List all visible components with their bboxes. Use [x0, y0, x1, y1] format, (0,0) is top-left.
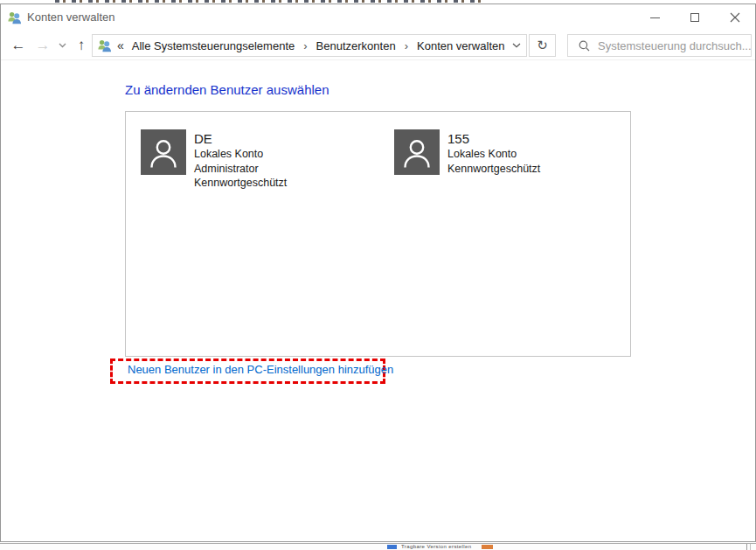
background-window-edge: [746, 544, 747, 550]
background-badge-fragment: [482, 545, 493, 549]
background-text-remnants: [55, 0, 483, 3]
background-icon-fragment: [387, 545, 397, 549]
account-role: Administrator: [194, 162, 287, 177]
collapsed-path-icon[interactable]: «: [117, 38, 124, 52]
account-info: 155 Lokales Konto Kennwortgeschützt: [447, 129, 540, 176]
account-type: Lokales Konto: [447, 147, 540, 162]
search-input[interactable]: [598, 39, 751, 52]
back-icon: ←: [11, 37, 26, 54]
search-box[interactable]: [567, 34, 752, 57]
caption-buttons: [635, 4, 755, 31]
breadcrumb-item-all-control-panel-items[interactable]: Alle Systemsteuerungselemente: [130, 39, 296, 52]
minimize-icon: [650, 17, 660, 18]
back-button[interactable]: ←: [6, 31, 31, 60]
breadcrumb-separator-icon[interactable]: ›: [296, 39, 314, 52]
maximize-button[interactable]: [675, 4, 715, 31]
page-title: Zu ändernden Benutzer auswählen: [125, 82, 329, 97]
account-info: DE Lokales Konto Administrator Kennwortg…: [194, 129, 287, 191]
account-name: 155: [447, 130, 540, 147]
address-dropdown-button[interactable]: [506, 43, 526, 48]
maximize-icon: [690, 13, 699, 22]
breadcrumb: Alle Systemsteuerungselemente › Benutzer…: [130, 39, 507, 52]
background-window-bottom-sliver: Tragbare Version erstellen: [0, 543, 756, 550]
user-silhouette-icon: [141, 129, 186, 175]
account-tile-155[interactable]: 155 Lokales Konto Kennwortgeschützt: [394, 129, 540, 176]
background-text-fragment: Tragbare Version erstellen: [401, 544, 472, 549]
user-accounts-icon: [97, 38, 112, 53]
refresh-button[interactable]: ↻: [529, 34, 556, 57]
breadcrumb-item-manage-accounts[interactable]: Konten verwalten: [415, 39, 506, 52]
forward-button[interactable]: →: [31, 31, 55, 60]
up-button[interactable]: ↑: [70, 31, 93, 60]
titlebar[interactable]: Konten verwalten: [1, 4, 755, 31]
account-type: Lokales Konto: [194, 147, 287, 162]
close-icon: [730, 12, 740, 23]
address-bar[interactable]: « Alle Systemsteuerungselemente › Benutz…: [92, 34, 527, 57]
forward-icon: →: [36, 37, 51, 54]
up-icon: ↑: [78, 37, 86, 54]
window-title: Konten verwalten: [27, 4, 114, 31]
avatar: [141, 129, 186, 175]
background-window-edge: [750, 544, 751, 550]
close-button[interactable]: [715, 4, 755, 31]
account-tile-de[interactable]: DE Lokales Konto Administrator Kennwortg…: [141, 129, 287, 191]
recent-pages-button[interactable]: [55, 31, 69, 60]
breadcrumb-separator-icon[interactable]: ›: [398, 39, 415, 52]
user-accounts-icon: [7, 10, 22, 25]
search-icon: [579, 40, 590, 52]
add-user-link[interactable]: Neuen Benutzer in den PC-Einstellungen h…: [128, 363, 393, 376]
manage-accounts-window: Konten verwalten ← → ↑: [0, 3, 756, 542]
screenshot-root: Konten verwalten ← → ↑: [0, 0, 756, 550]
accounts-panel: DE Lokales Konto Administrator Kennwortg…: [125, 111, 631, 357]
breadcrumb-item-user-accounts[interactable]: Benutzerkonten: [315, 39, 398, 52]
account-password-status: Kennwortgeschützt: [447, 162, 540, 177]
account-password-status: Kennwortgeschützt: [194, 176, 287, 191]
refresh-icon: ↻: [537, 38, 548, 53]
avatar: [394, 129, 440, 175]
chevron-down-icon: [59, 43, 66, 48]
minimize-button[interactable]: [635, 4, 675, 31]
chevron-down-icon: [512, 43, 521, 48]
account-name: DE: [194, 130, 287, 147]
user-silhouette-icon: [394, 129, 440, 175]
navigation-toolbar: ← → ↑ « Alle Systemsteuerungselemente: [1, 31, 755, 60]
